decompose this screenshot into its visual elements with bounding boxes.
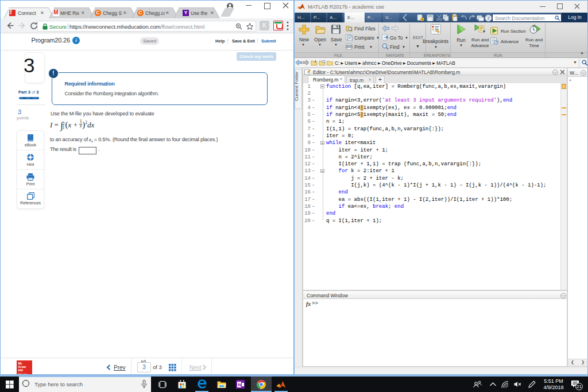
svg-text:?: ? — [487, 15, 490, 21]
